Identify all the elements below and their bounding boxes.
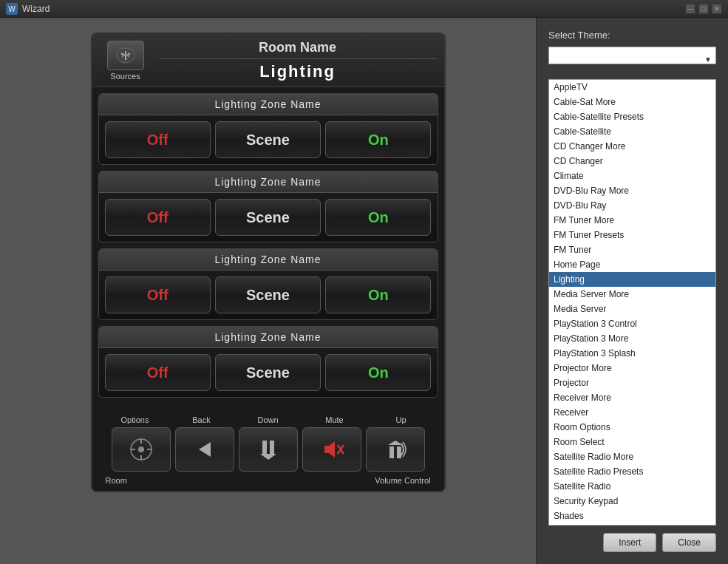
close-button[interactable]: Close xyxy=(662,533,716,552)
down-label: Down xyxy=(239,415,298,424)
svg-rect-10 xyxy=(262,441,267,455)
theme-list-item[interactable]: CD Changer xyxy=(549,154,715,169)
zone-3-off-button[interactable]: Off xyxy=(105,276,211,313)
minimize-button[interactable]: ─ xyxy=(685,4,695,14)
theme-list-item[interactable]: FM Tuner xyxy=(549,242,715,257)
theme-list-item[interactable]: DVD-Blu Ray xyxy=(549,198,715,213)
ctrl-buttons xyxy=(98,427,438,472)
volume-bottom-label: Volume Control xyxy=(375,476,430,485)
close-button[interactable]: ✕ xyxy=(712,4,722,14)
theme-list-item[interactable]: Sources xyxy=(549,523,715,526)
theme-list-item[interactable]: Cable-Satellite Presets xyxy=(549,109,715,124)
theme-list-item[interactable]: Satellite Radio xyxy=(549,479,715,494)
sources-button[interactable]: Sources xyxy=(100,41,152,81)
zone-1-header: Lighting Zone Name xyxy=(99,94,438,115)
theme-list-item[interactable]: PlayStation 3 Splash xyxy=(549,346,715,361)
theme-list-item[interactable]: PlayStation 3 Control xyxy=(549,316,715,331)
room-bottom-label: Room xyxy=(106,476,127,485)
theme-list-item[interactable]: Projector xyxy=(549,376,715,390)
theme-dropdown-wrap[interactable]: AppleTVCable-Sat MoreCable-Satellite Pre… xyxy=(548,47,716,72)
zone-2: Lighting Zone Name Off Scene On xyxy=(98,171,438,242)
zone-4-header: Lighting Zone Name xyxy=(99,327,438,348)
sources-icon xyxy=(107,41,144,70)
zone-1-controls: Off Scene On xyxy=(99,115,438,164)
theme-list-item[interactable]: Receiver More xyxy=(549,390,715,405)
zone-1-scene-button[interactable]: Scene xyxy=(215,121,321,158)
down-button[interactable] xyxy=(239,427,298,472)
bottom-controls: Options Back Down Mute Up xyxy=(92,410,444,491)
app-icon: W xyxy=(6,3,18,15)
theme-list-item[interactable]: Media Server xyxy=(549,302,715,316)
theme-list-item[interactable]: FM Tuner More xyxy=(549,213,715,228)
up-button[interactable] xyxy=(366,427,425,472)
theme-list-item[interactable]: Satellite Radio Presets xyxy=(549,464,715,479)
mute-label: Mute xyxy=(305,415,364,424)
sources-label: Sources xyxy=(110,72,140,81)
zone-3: Lighting Zone Name Off Scene On xyxy=(98,248,438,320)
main-area: Sources Room Name Lighting Lighting Zone… xyxy=(0,18,728,564)
svg-marker-12 xyxy=(260,454,276,460)
back-label: Back xyxy=(172,415,231,424)
theme-list-item[interactable]: Lighting xyxy=(549,272,715,287)
svg-marker-13 xyxy=(324,441,335,458)
right-panel-buttons: Insert Close xyxy=(548,533,716,552)
zone-1-off-button[interactable]: Off xyxy=(105,121,211,158)
theme-list-item[interactable]: Cable-Sat More xyxy=(549,95,715,109)
zone-4-off-button[interactable]: Off xyxy=(105,354,211,391)
options-button[interactable] xyxy=(112,427,171,472)
room-subtitle: Lighting xyxy=(259,62,336,81)
theme-list-item[interactable]: AppleTV xyxy=(549,80,715,95)
room-header: Sources Room Name Lighting xyxy=(92,34,444,87)
mute-button[interactable] xyxy=(302,427,361,472)
svg-point-4 xyxy=(138,446,144,452)
device-frame: Sources Room Name Lighting Lighting Zone… xyxy=(91,33,446,492)
theme-list-item[interactable]: DVD-Blu Ray More xyxy=(549,183,715,198)
svg-marker-16 xyxy=(388,441,403,445)
zone-2-scene-button[interactable]: Scene xyxy=(215,199,321,236)
theme-list-item[interactable]: Climate xyxy=(549,169,715,183)
zone-2-off-button[interactable]: Off xyxy=(105,199,211,236)
theme-list-item[interactable]: Media Server More xyxy=(549,287,715,302)
room-name: Room Name xyxy=(159,40,437,59)
theme-dropdown[interactable]: AppleTVCable-Sat MoreCable-Satellite Pre… xyxy=(548,47,716,64)
maximize-button[interactable]: □ xyxy=(698,4,709,14)
theme-list[interactable]: AppleTVCable-Sat MoreCable-Satellite Pre… xyxy=(548,79,716,526)
theme-list-item[interactable]: Projector More xyxy=(549,361,715,376)
window-title: Wizard xyxy=(22,4,685,14)
theme-list-item[interactable]: Satellite Radio More xyxy=(549,449,715,464)
theme-list-item[interactable]: Home Page xyxy=(549,257,715,272)
select-theme-label: Select Theme: xyxy=(548,30,716,41)
theme-list-item[interactable]: FM Tuner Presets xyxy=(549,228,715,242)
bottom-labels: Room Volume Control xyxy=(98,472,438,485)
zone-4: Lighting Zone Name Off Scene On xyxy=(98,326,438,398)
zone-4-scene-button[interactable]: Scene xyxy=(215,354,321,391)
theme-list-item[interactable]: PlayStation 3 More xyxy=(549,331,715,346)
svg-text:W: W xyxy=(8,5,16,13)
theme-list-item[interactable]: Room Select xyxy=(549,435,715,449)
zone-3-scene-button[interactable]: Scene xyxy=(215,276,321,313)
theme-list-item[interactable]: Shades xyxy=(549,509,715,523)
zone-4-controls: Off Scene On xyxy=(99,348,438,397)
left-panel: Sources Room Name Lighting Lighting Zone… xyxy=(0,18,536,564)
zone-3-controls: Off Scene On xyxy=(99,271,438,319)
options-label: Options xyxy=(106,415,165,424)
right-panel: Select Theme: AppleTVCable-Sat MoreCable… xyxy=(536,18,728,564)
zone-3-header: Lighting Zone Name xyxy=(99,249,438,271)
zone-3-on-button[interactable]: On xyxy=(325,276,431,313)
window-controls[interactable]: ─ □ ✕ xyxy=(685,4,722,14)
room-title-area: Room Name Lighting xyxy=(159,40,437,81)
zone-2-controls: Off Scene On xyxy=(99,193,438,242)
back-button[interactable] xyxy=(175,427,234,472)
zone-4-on-button[interactable]: On xyxy=(325,354,431,391)
theme-list-item[interactable]: Receiver xyxy=(549,405,715,420)
theme-list-item[interactable]: Cable-Satellite xyxy=(549,124,715,139)
theme-list-item[interactable]: Room Options xyxy=(549,420,715,435)
zone-2-on-button[interactable]: On xyxy=(325,199,431,236)
theme-list-item[interactable]: CD Changer More xyxy=(549,139,715,154)
title-bar: W Wizard ─ □ ✕ xyxy=(0,0,728,18)
up-label: Up xyxy=(372,415,431,424)
svg-rect-18 xyxy=(397,446,401,458)
insert-button[interactable]: Insert xyxy=(603,533,656,552)
theme-list-item[interactable]: Security Keypad xyxy=(549,494,715,509)
zone-1-on-button[interactable]: On xyxy=(325,121,431,158)
